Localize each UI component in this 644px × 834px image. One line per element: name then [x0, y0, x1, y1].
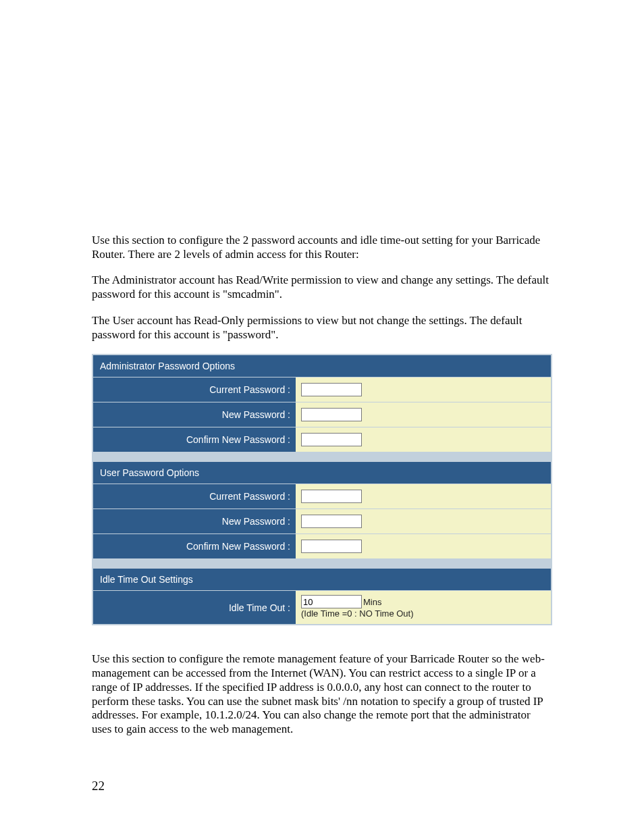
user-current-password-row: Current Password :: [93, 484, 551, 509]
idle-timeout-input[interactable]: [301, 595, 362, 608]
remote-management-paragraph: Use this section to configure the remote…: [92, 652, 552, 736]
idle-timeout-unit: Mins: [363, 597, 381, 607]
user-confirm-password-label: Confirm New Password :: [93, 534, 296, 558]
user-new-password-label: New Password :: [93, 509, 296, 533]
admin-new-password-input[interactable]: [301, 408, 362, 421]
password-settings-panel: Administrator Password Options Current P…: [92, 354, 552, 625]
admin-current-password-row: Current Password :: [93, 377, 551, 402]
intro-paragraph-1: Use this section to configure the 2 pass…: [92, 234, 552, 261]
admin-confirm-password-input[interactable]: [301, 433, 362, 446]
user-confirm-password-row: Confirm New Password :: [93, 534, 551, 559]
admin-confirm-password-row: Confirm New Password :: [93, 427, 551, 452]
admin-confirm-password-label: Confirm New Password :: [93, 427, 296, 452]
intro-paragraph-2: The Administrator account has Read/Write…: [92, 273, 552, 301]
admin-current-password-input[interactable]: [301, 383, 362, 396]
idle-timeout-note: (Idle Time =0 : NO Time Out): [301, 608, 414, 620]
user-current-password-label: Current Password :: [93, 484, 296, 509]
admin-new-password-row: New Password :: [93, 402, 551, 427]
idle-timeout-row: Idle Time Out : Mins (Idle Time =0 : NO …: [93, 591, 551, 624]
user-confirm-password-input[interactable]: [301, 540, 362, 553]
admin-new-password-label: New Password :: [93, 402, 296, 427]
user-current-password-input[interactable]: [301, 490, 362, 503]
intro-paragraph-3: The User account has Read-Only permissio…: [92, 314, 552, 342]
user-new-password-row: New Password :: [93, 509, 551, 534]
user-password-header: User Password Options: [93, 462, 551, 484]
idle-timeout-header: Idle Time Out Settings: [93, 569, 551, 591]
page-number: 22: [92, 779, 105, 793]
admin-current-password-label: Current Password :: [93, 377, 296, 402]
user-new-password-input[interactable]: [301, 515, 362, 528]
idle-timeout-label: Idle Time Out :: [93, 591, 296, 624]
admin-password-header: Administrator Password Options: [93, 355, 551, 377]
